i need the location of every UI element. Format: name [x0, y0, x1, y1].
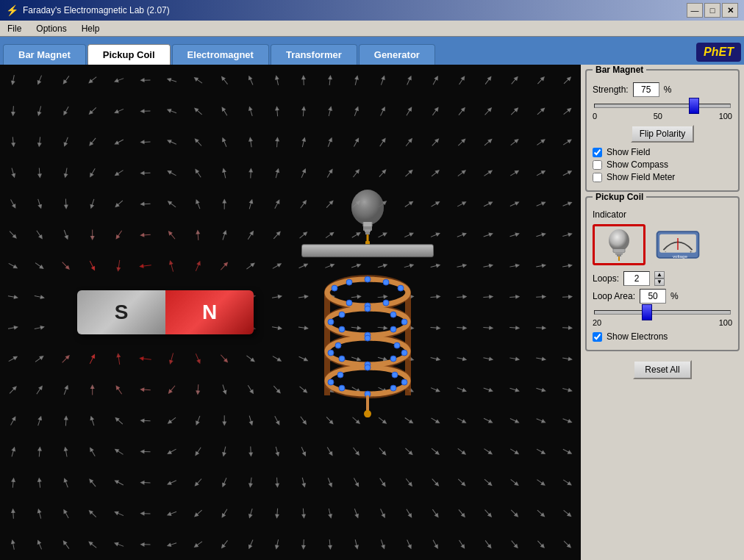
show-electrons-checkbox[interactable] — [593, 332, 602, 342]
strength-input[interactable] — [633, 82, 659, 97]
tab-generator[interactable]: Generator — [359, 44, 435, 65]
tab-electromagnet[interactable]: Electromagnet — [172, 44, 269, 65]
svg-point-36 — [394, 342, 400, 348]
svg-point-37 — [401, 350, 407, 356]
app-icon: ⚡ — [6, 4, 18, 16]
svg-point-30 — [339, 312, 345, 317]
loop-area-input[interactable] — [640, 289, 666, 304]
loop-area-max-label: 100 — [719, 318, 732, 327]
svg-point-19 — [365, 276, 371, 282]
app-title: Faraday's Electromagnetic Lab (2.07) — [23, 5, 170, 15]
svg-point-20 — [383, 279, 389, 285]
loops-spinner: ▲ ▼ — [654, 271, 665, 286]
loop-area-min-label: 20 — [593, 318, 601, 327]
pickup-coil-assembly — [301, 184, 434, 417]
show-field-label[interactable]: Show Field — [607, 147, 650, 157]
tab-transformer[interactable]: Transformer — [271, 44, 357, 65]
show-field-checkbox[interactable] — [593, 148, 602, 157]
indicator-voltmeter-button[interactable]: - + voltage — [651, 224, 704, 265]
show-field-row: Show Field — [593, 147, 732, 157]
svg-point-47 — [328, 379, 334, 385]
bar-magnet-panel: Bar Magnet Strength: % 0 50 100 Flip Pol… — [585, 69, 740, 192]
menu-help[interactable]: Help — [77, 22, 104, 35]
svg-point-21 — [398, 285, 404, 291]
voltmeter-icon: - + voltage — [654, 227, 701, 262]
maximize-button[interactable]: □ — [704, 3, 720, 18]
show-electrons-row: Show Electrons — [593, 331, 732, 342]
light-bulb-svg — [346, 184, 390, 250]
indicator-label: Indicator — [593, 209, 732, 220]
svg-point-46 — [337, 372, 343, 378]
minimize-button[interactable]: — — [687, 3, 703, 18]
svg-point-43 — [365, 365, 371, 370]
show-compass-label[interactable]: Show Compass — [607, 159, 668, 170]
magnet-south-pole: S — [77, 290, 165, 334]
svg-point-28 — [390, 312, 396, 317]
svg-point-41 — [390, 356, 396, 362]
loop-area-control-row: Loop Area: % — [593, 289, 732, 304]
right-panel: Bar Magnet Strength: % 0 50 100 Flip Pol… — [581, 65, 744, 560]
reset-all-button[interactable]: Reset All — [633, 360, 691, 379]
reset-area: Reset All — [585, 356, 740, 379]
menu-bar: File Options Help — [0, 21, 744, 37]
strength-label: Strength: — [593, 85, 629, 95]
loop-area-slider[interactable] — [594, 310, 731, 315]
loop-area-unit: % — [670, 291, 679, 301]
loops-decrement-button[interactable]: ▼ — [654, 279, 665, 286]
menu-file[interactable]: File — [3, 22, 26, 35]
loops-control-row: Loops: ▲ ▼ — [593, 271, 732, 286]
loops-increment-button[interactable]: ▲ — [654, 271, 665, 279]
loop-area-slider-container — [593, 306, 732, 317]
show-compass-checkbox[interactable] — [593, 160, 602, 170]
loops-label: Loops: — [593, 273, 619, 284]
tab-bar: Bar Magnet Pickup Coil Electromagnet Tra… — [0, 37, 744, 65]
strength-control-row: Strength: % — [593, 82, 732, 97]
svg-point-34 — [339, 326, 345, 332]
phet-logo: PhET — [696, 43, 741, 62]
flip-polarity-button[interactable]: Flip Polarity — [631, 125, 695, 143]
svg-point-27 — [365, 306, 371, 312]
title-bar: ⚡ Faraday's Electromagnetic Lab (2.07) —… — [0, 0, 744, 21]
show-field-meter-label[interactable]: Show Field Meter — [607, 172, 675, 182]
svg-point-23 — [332, 285, 337, 291]
tab-bar-magnet[interactable]: Bar Magnet — [3, 44, 86, 65]
indicator-row: - + voltage — [593, 224, 732, 265]
slider-mid-label: 50 — [654, 112, 662, 121]
indicator-lightbulb-button[interactable] — [593, 224, 645, 265]
svg-point-33 — [390, 326, 396, 332]
svg-point-49 — [390, 385, 396, 391]
svg-point-26 — [346, 300, 352, 306]
svg-text:voltage: voltage — [673, 254, 688, 259]
svg-point-38 — [335, 342, 341, 348]
svg-point-35 — [365, 335, 371, 341]
close-button[interactable]: ✕ — [722, 3, 738, 18]
svg-rect-55 — [617, 254, 621, 256]
svg-point-45 — [401, 379, 407, 385]
slider-min-label: 0 — [593, 112, 597, 121]
pickup-coil-panel: Pickup Coil Indicator — [585, 196, 740, 351]
tab-pickup-coil[interactable]: Pickup Coil — [87, 44, 171, 65]
simulation-area[interactable]: // Field arrows are drawn procedurally v… — [0, 65, 581, 560]
window-controls: — □ ✕ — [687, 3, 738, 18]
show-electrons-label[interactable]: Show Electrons — [607, 331, 668, 342]
bar-magnet[interactable]: S N — [77, 290, 254, 334]
show-field-meter-checkbox[interactable] — [593, 173, 602, 182]
svg-point-25 — [383, 300, 389, 306]
strength-slider[interactable] — [594, 104, 731, 108]
svg-point-3 — [351, 190, 384, 225]
show-field-meter-row: Show Field Meter — [593, 172, 732, 182]
svg-point-52 — [364, 410, 371, 417]
svg-text:+: + — [690, 248, 693, 254]
loops-input[interactable] — [623, 271, 650, 286]
svg-point-42 — [339, 356, 345, 362]
svg-point-29 — [401, 319, 407, 325]
strength-unit: % — [664, 85, 672, 95]
magnet-north-pole: N — [165, 290, 254, 334]
bar-magnet-panel-title: Bar Magnet — [593, 65, 646, 75]
show-compass-row: Show Compass — [593, 159, 732, 170]
pickup-coil-svg — [312, 256, 423, 417]
menu-options[interactable]: Options — [32, 22, 71, 35]
strength-slider-container — [593, 100, 732, 110]
svg-point-22 — [346, 279, 352, 285]
svg-text:-: - — [665, 248, 666, 254]
